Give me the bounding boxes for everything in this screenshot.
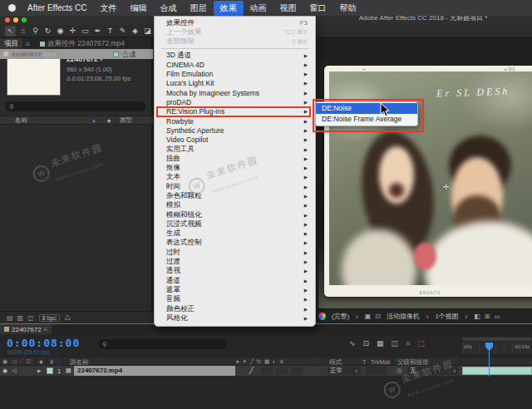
menubar-item[interactable]: 窗口 [303,1,333,16]
layer-color-chip[interactable] [47,367,53,374]
timeline-toolbar-icon[interactable]: ▦ [377,339,384,348]
label-column-icon[interactable]: ◆ [101,117,116,123]
timeline-search-input[interactable]: ⚲ [98,339,227,349]
av-icon[interactable]: ◉ [2,358,7,365]
comp-bar-icon[interactable]: ⚏ [495,313,500,320]
switch-icon[interactable]: ╱ [250,358,254,365]
menubar-item[interactable]: 合成 [154,1,184,16]
tool-icon[interactable]: ↻ [42,26,53,37]
menubar-item[interactable]: 图层 [184,1,214,16]
menubar-item[interactable]: 效果 [214,1,244,16]
tool-icon[interactable]: ↖ [5,26,16,37]
switch-icon[interactable]: ▦ [264,358,269,365]
menu-item[interactable]: 效果控件 F3 [155,18,315,27]
anchor-point-crosshair[interactable]: ✛ [443,183,450,191]
footer-icon[interactable]: ▥ [17,314,24,322]
tool-icon[interactable]: ✛ [67,26,78,37]
current-timecode[interactable]: 0:00:08:00 [7,337,80,349]
tool-icon[interactable]: ☝ [17,26,28,37]
switch-cell[interactable] [261,367,273,374]
timeline-toolbar-icon[interactable]: ◫ [392,339,399,348]
switch-icon[interactable]: ✦ [242,358,246,365]
menu-item[interactable]: 遮罩 ▶ [155,285,315,294]
camera-view-select[interactable]: 活动摄像机 [387,312,420,321]
zoom-button[interactable] [22,17,27,22]
menu-item[interactable]: 沉浸式视频 ▶ [155,219,315,229]
label-color-chip[interactable] [113,52,119,57]
menu-item[interactable]: 全部移除 ⇧⌘E [155,37,315,47]
menu-item[interactable]: 颜色校正 ▶ [155,304,315,313]
switch-cell[interactable] [276,367,288,374]
composition-thumbnail[interactable] [7,55,61,96]
switch-icon[interactable]: ◐ [273,358,276,365]
tab-effect-controls[interactable]: 效果控件 22407672.mp4 [47,39,125,49]
menu-item[interactable]: RE:Vision Plug-ins ▶ [155,107,315,116]
timeline-tab[interactable]: 22407672 ≡ [0,324,52,334]
layer-duration-bar[interactable] [462,367,532,375]
tool-icon[interactable]: ✒ [92,26,103,37]
timeline-toolbar-icon[interactable]: ∿ [349,339,356,348]
menu-item[interactable]: 过时 ▶ [155,248,315,257]
column-header-trkmat[interactable]: TrkMat [371,358,390,366]
av-icon[interactable]: ⚿ [26,358,30,365]
menu-item[interactable]: CINEMA 4D ▶ [155,60,315,69]
minimize-button[interactable] [13,17,18,22]
submenu-item[interactable]: DE:Noise Frame Average [316,114,417,125]
time-ruler[interactable]: 00s 00:15s [462,342,532,355]
trkmat-select[interactable] [366,367,387,375]
timeline-toolbar-icon[interactable]: ⬚ [417,339,425,348]
tab-project[interactable]: 项目 [0,38,22,49]
column-header-number[interactable]: # [50,358,53,366]
timeline-toolbar-icon[interactable]: ⊡ [363,339,370,348]
tool-icon[interactable]: ✎ [117,26,128,37]
menu-item[interactable]: 3D 通道 ▶ [155,51,315,60]
view-count-select[interactable]: 1个视图 [435,312,458,321]
menubar-item[interactable]: 动画 [244,1,273,16]
switch-icon[interactable]: ⊘ [279,358,283,365]
menu-item[interactable]: Film Emulation ▶ [155,69,315,78]
tool-icon[interactable]: ◈ [130,26,140,37]
comp-bar-icon[interactable]: ▣ [365,313,372,320]
menu-item[interactable]: 模糊和锐化 ▶ [155,210,315,219]
menu-item[interactable]: 音频 ▶ [155,295,315,304]
quality-switch-icon[interactable]: ╱ [249,367,254,374]
timeline-toolbar-icon[interactable]: ⌗ [406,339,410,348]
submenu-item[interactable]: DE:Noise [316,103,417,114]
magnification-select[interactable]: (完整) [332,312,349,321]
apple-icon[interactable] [8,4,16,12]
menubar-item[interactable]: 文件 [94,1,124,16]
trash-icon[interactable]: ♺ [65,314,71,322]
comp-bar-icon[interactable]: ◧ [474,313,480,320]
menubar-item[interactable]: 编辑 [124,1,154,16]
menubar-item[interactable]: After Effects CC [21,2,94,14]
work-area-bar[interactable] [462,337,532,342]
close-button[interactable] [5,17,10,22]
audio-icon[interactable]: ◁ [12,367,16,374]
layer-expander-icon[interactable]: ▶ [37,367,42,373]
av-icon[interactable]: ∙ [21,358,22,365]
menu-item[interactable]: Synthetic Aperture ▶ [155,126,315,135]
menubar-item[interactable]: 帮助 [333,1,363,16]
project-row[interactable]: ▤ 22407672.mp4 AVI [0,49,153,59]
menu-item[interactable]: 杂色和颗粒 ▶ [155,191,315,200]
menu-item[interactable]: 上一个效果 ⌥⇧⌘E [155,27,315,37]
sort-ascending-icon[interactable]: ▲ [91,118,101,123]
menu-item[interactable]: 过渡 ▶ [155,257,315,266]
column-header-name[interactable]: 名称 [0,116,91,125]
menu-item[interactable]: Mocha by Imagineer Systems ▶ [155,88,315,97]
tool-icon[interactable]: T [105,26,116,37]
label-column-icon[interactable]: ◆ [39,358,43,364]
eye-icon[interactable]: ◉ [2,367,7,374]
color-wheel-icon[interactable] [318,313,326,320]
comp-bar-icon[interactable]: ⊞ [485,313,490,320]
tool-icon[interactable]: ◉ [55,26,66,37]
menu-item[interactable]: Video Copilot ▶ [155,136,315,145]
menu-item[interactable]: Luca's Light Kit ▶ [155,79,315,88]
menu-item[interactable]: 实用工具 ▶ [155,145,315,154]
footer-icon[interactable]: ▤ [7,314,13,322]
column-header-type[interactable]: 类型 [116,116,153,125]
footer-icon[interactable]: ◫ [27,314,34,322]
color-depth-button[interactable]: 8 bpc [39,314,60,322]
switch-icon[interactable]: fx [257,358,261,365]
menu-item[interactable]: 风格化 ▶ [155,313,315,323]
